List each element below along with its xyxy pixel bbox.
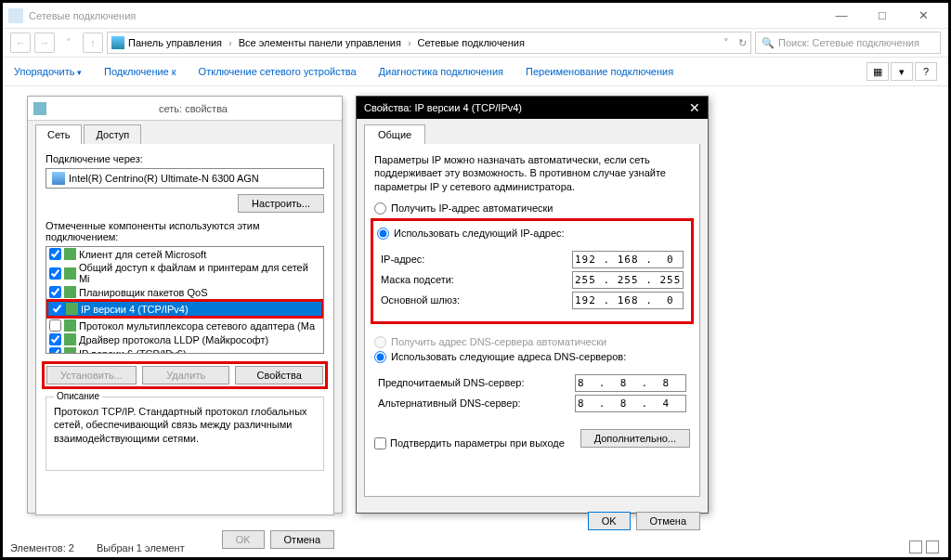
component-item[interactable]: Протокол мультиплексора сетевого адаптер… [46, 319, 323, 332]
connect-via-label: Подключение через: [46, 153, 324, 164]
highlight-ip-section: Использовать следующий IP-адрес: IP-адре… [371, 218, 694, 324]
adapter-name: Intel(R) Centrino(R) Ultimate-N 6300 AGN [69, 173, 259, 184]
network-icon [33, 102, 46, 115]
component-item[interactable]: IP версии 6 (TCP/IPv6) [46, 346, 323, 354]
ok-button[interactable]: OK [588, 512, 631, 530]
adapter-field: Intel(R) Centrino(R) Ultimate-N 6300 AGN [46, 168, 324, 189]
gateway-input[interactable] [572, 292, 684, 309]
component-icon [64, 267, 76, 280]
breadcrumb-item[interactable]: Все элементы панели управления [239, 37, 401, 48]
item-count: Элементов: 2 [10, 542, 74, 553]
close-icon[interactable]: ✕ [689, 100, 700, 115]
large-icons-view-icon[interactable] [926, 540, 939, 553]
back-button[interactable]: ← [10, 33, 31, 53]
details-view-icon[interactable] [909, 540, 922, 553]
install-button[interactable]: Установить... [46, 366, 137, 384]
view-button[interactable]: ▦ [866, 62, 889, 81]
forward-button[interactable]: → [34, 33, 55, 53]
description-text: Протокол TCP/IP. Стандартный протокол гл… [54, 405, 316, 445]
component-checkbox[interactable] [49, 333, 61, 345]
selected-count: Выбран 1 элемент [97, 542, 185, 553]
history-dropdown[interactable]: ˅ [59, 33, 79, 53]
ip-address-input[interactable] [572, 251, 684, 268]
component-item[interactable]: Клиент для сетей Microsoft [46, 247, 323, 261]
dns1-input[interactable] [575, 374, 686, 392]
diagnose-cmd[interactable]: Диагностика подключения [379, 66, 503, 77]
component-item-ipv4[interactable]: IP версии 4 (TCP/IPv4) [48, 302, 321, 316]
search-input[interactable]: 🔍 Поиск: Сетевые подключения [755, 32, 941, 54]
titlebar: Сетевые подключения — □ ✕ [3, 3, 948, 29]
advanced-button[interactable]: Дополнительно... [580, 429, 690, 448]
close-button[interactable]: ✕ [911, 8, 935, 22]
validate-checkbox[interactable] [374, 437, 386, 449]
help-button[interactable]: ? [915, 62, 937, 81]
components-list[interactable]: Клиент для сетей Microsoft Общий доступ … [46, 246, 324, 354]
up-button[interactable]: ↑ [83, 33, 103, 53]
workspace: сеть: свойства Сеть Доступ Подключение ч… [3, 86, 948, 532]
component-checkbox[interactable] [49, 286, 61, 298]
breadcrumb-item[interactable]: Сетевые подключения [418, 37, 525, 48]
dialog-title: Свойства: IP версии 4 (TCP/IPv4) [364, 102, 522, 113]
radio-manual-ip[interactable]: Использовать следующий IP-адрес: [377, 228, 687, 240]
component-icon [64, 248, 76, 260]
address-bar: ← → ˅ ↑ Панель управления› Все элементы … [3, 29, 948, 57]
component-checkbox[interactable] [49, 267, 61, 280]
rename-cmd[interactable]: Переименование подключения [526, 66, 673, 77]
adapter-icon [52, 172, 65, 185]
cancel-button[interactable]: Отмена [636, 512, 700, 530]
validate-checkbox-row[interactable]: Подтвердить параметры при выходе [374, 437, 565, 449]
search-placeholder: Поиск: Сетевые подключения [778, 37, 919, 48]
component-icon [64, 333, 76, 345]
component-icon [64, 319, 76, 332]
dialog-title: сеть: свойства [50, 103, 336, 114]
disable-cmd[interactable]: Отключение сетевого устройства [199, 66, 357, 77]
component-icon [66, 303, 78, 315]
window-title: Сетевые подключения [29, 10, 829, 21]
tab-access[interactable]: Доступ [84, 124, 141, 144]
configure-button[interactable]: Настроить... [238, 194, 324, 213]
uninstall-button[interactable]: Удалить [142, 366, 230, 384]
ok-button[interactable]: OK [222, 530, 265, 549]
component-item[interactable]: Общий доступ к файлам и принтерам для се… [46, 261, 323, 285]
ipv4-properties-dialog: Свойства: IP версии 4 (TCP/IPv4) ✕ Общие… [356, 96, 709, 514]
component-checkbox[interactable] [49, 347, 61, 354]
breadcrumb[interactable]: Панель управления› Все элементы панели у… [107, 32, 751, 54]
component-checkbox[interactable] [49, 248, 61, 260]
description-legend: Описание [54, 391, 102, 401]
gateway-label: Основной шлюз: [381, 294, 572, 306]
dns2-label: Альтернативный DNS-сервер: [378, 397, 575, 409]
network-properties-dialog: сеть: свойства Сеть Доступ Подключение ч… [27, 96, 343, 514]
ip-address-label: IP-адрес: [381, 254, 572, 265]
minimize-button[interactable]: — [829, 8, 853, 22]
component-icon [64, 286, 76, 298]
component-checkbox[interactable] [49, 319, 61, 332]
radio-manual-dns[interactable]: Использовать следующие адреса DNS-сервер… [374, 351, 690, 363]
dialog-titlebar[interactable]: сеть: свойства [28, 97, 342, 121]
search-icon: 🔍 [762, 37, 775, 49]
radio-auto-ip[interactable]: Получить IP-адрес автоматически [374, 202, 690, 215]
properties-button[interactable]: Свойства [235, 366, 323, 384]
description-group: Описание Протокол TCP/IP. Стандартный пр… [46, 397, 324, 471]
view-mode-icons [909, 540, 939, 553]
dialog-titlebar[interactable]: Свойства: IP версии 4 (TCP/IPv4) ✕ [357, 97, 708, 119]
maximize-button[interactable]: □ [870, 8, 894, 22]
components-label: Отмеченные компоненты используются этим … [46, 220, 324, 242]
radio-auto-dns: Получить адрес DNS-сервера автоматически [374, 336, 690, 348]
component-item[interactable]: Планировщик пакетов QoS [46, 285, 323, 299]
dns1-label: Предпочитаемый DNS-сервер: [378, 377, 575, 388]
component-item[interactable]: Драйвер протокола LLDP (Майкрософт) [46, 332, 323, 346]
view-dropdown[interactable]: ▾ [891, 62, 913, 81]
info-text: Параметры IP можно назначать автоматичес… [374, 153, 690, 193]
dns2-input[interactable] [575, 395, 686, 412]
organize-menu[interactable]: Упорядочить [14, 66, 82, 77]
subnet-mask-label: Маска подсети: [381, 274, 572, 285]
status-bar: Элементов: 2 Выбран 1 элемент [10, 542, 185, 553]
component-checkbox[interactable] [51, 303, 63, 315]
cancel-button[interactable]: Отмена [270, 530, 334, 549]
subnet-mask-input[interactable] [572, 271, 684, 289]
tab-network[interactable]: Сеть [35, 124, 82, 144]
app-icon [8, 8, 23, 23]
breadcrumb-item[interactable]: Панель управления [128, 37, 222, 48]
tab-general[interactable]: Общие [364, 124, 425, 144]
connect-cmd[interactable]: Подключение к [104, 66, 176, 77]
